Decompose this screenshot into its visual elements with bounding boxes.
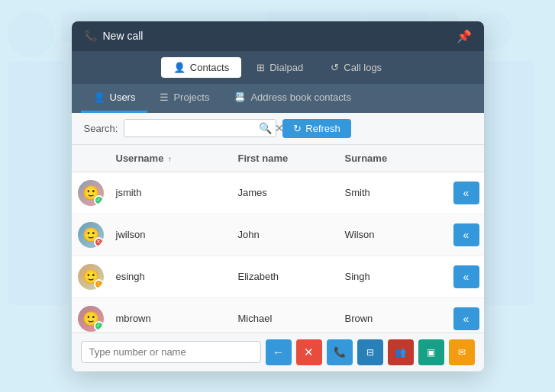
call-action-cell: « (447, 256, 484, 297)
projects-icon: ☰ (160, 92, 169, 103)
sub-tab-bar: 👤 Users ☰ Projects 📇 Address book contac… (72, 84, 484, 113)
table-row: 🙂 ✕ jwilson John Wilson « (72, 214, 484, 256)
call-row-button[interactable]: « (453, 307, 479, 330)
pin-icon[interactable]: 📌 (457, 29, 472, 43)
main-window: 📞 New call 📌 👤 Contacts ⊞ Dialpad ↺ Call… (72, 21, 484, 371)
avatar-cell: 🙂 ✓ (72, 301, 110, 333)
search-input[interactable] (129, 123, 257, 134)
tab-dialpad[interactable]: ⊞ Dialpad (244, 57, 315, 78)
username-cell: jwilson (110, 223, 232, 246)
backspace-button[interactable]: ← (266, 339, 292, 365)
table-header: Username ↑ First name Surname (72, 145, 484, 172)
bottom-bar: ← ✕ 📞 ⊟ 👥 ▣ ✉ (72, 333, 484, 371)
search-button[interactable]: 🔍 (257, 122, 273, 134)
sort-arrow-icon: ↑ (168, 155, 172, 163)
call-logs-icon: ↺ (331, 62, 339, 73)
username-cell: jsmith (110, 181, 232, 204)
sub-tab-users[interactable]: 👤 Users (81, 84, 148, 113)
call-row-icon: « (463, 229, 469, 241)
call-row-icon: « (463, 271, 469, 283)
col-avatar (72, 149, 110, 167)
col-username[interactable]: Username ↑ (110, 149, 232, 167)
col-firstname: First name (232, 149, 339, 167)
contacts-icon: 👤 (173, 62, 186, 73)
call-button[interactable]: 📞 (327, 339, 353, 365)
title-bar: 📞 New call 📌 (72, 21, 484, 51)
firstname-cell: Michael (232, 307, 339, 330)
call-row-button[interactable]: « (453, 265, 479, 288)
message-button[interactable]: ✉ (449, 339, 475, 365)
avatar-cell: 🙂 ✕ (72, 217, 110, 252)
call-row-button[interactable]: « (453, 223, 479, 246)
col-action (447, 149, 484, 167)
dial-input[interactable] (81, 341, 261, 363)
firstname-cell: John (232, 223, 339, 246)
status-indicator: ✓ (94, 195, 104, 205)
table-row: 🙂 ✓ jsmith James Smith « (72, 172, 484, 214)
table-row: 🙂 ! esingh Elizabeth Singh « (72, 256, 484, 298)
sub-tab-projects[interactable]: ☰ Projects (147, 84, 221, 113)
table-body: 🙂 ✓ jsmith James Smith « 🙂 ✕ (72, 172, 484, 333)
transfer-button[interactable]: ⊟ (357, 339, 383, 365)
tab-contacts[interactable]: 👤 Contacts (161, 57, 241, 78)
refresh-button[interactable]: ↻ Refresh (282, 119, 351, 138)
window-title: New call (103, 30, 144, 42)
search-bar: Search: 🔍 ✕ ↻ Refresh (72, 113, 484, 145)
status-indicator: ✕ (94, 237, 104, 247)
firstname-cell: Elizabeth (232, 265, 339, 288)
tab-call-logs[interactable]: ↺ Call logs (318, 57, 394, 78)
address-book-icon: 📇 (234, 92, 246, 103)
avatar: 🙂 ✓ (78, 180, 104, 206)
surname-cell: Singh (339, 265, 447, 288)
sub-tab-address-book[interactable]: 📇 Address book contacts (221, 84, 363, 113)
search-input-wrap: 🔍 ✕ (124, 119, 276, 137)
main-tab-bar: 👤 Contacts ⊞ Dialpad ↺ Call logs (72, 51, 484, 84)
video-button[interactable]: ▣ (418, 339, 444, 365)
username-cell: mbrown (110, 307, 232, 330)
surname-cell: Brown (339, 307, 447, 330)
username-cell: esingh (110, 265, 232, 288)
title-bar-left: 📞 New call (84, 30, 144, 42)
avatar: 🙂 ! (78, 264, 104, 290)
phone-icon: 📞 (84, 30, 97, 42)
col-surname: Surname (339, 149, 447, 167)
refresh-icon: ↻ (293, 123, 302, 134)
avatar-cell: 🙂 ✓ (72, 175, 110, 210)
search-label: Search: (84, 123, 118, 134)
conference-button[interactable]: 👥 (388, 339, 414, 365)
table-row: 🙂 ✓ mbrown Michael Brown « (72, 298, 484, 333)
firstname-cell: James (232, 181, 339, 204)
users-icon: 👤 (93, 92, 105, 103)
avatar: 🙂 ✕ (78, 222, 104, 248)
dialpad-icon: ⊞ (257, 62, 265, 73)
surname-cell: Wilson (339, 223, 447, 246)
call-action-cell: « (447, 214, 484, 255)
avatar: 🙂 ✓ (78, 306, 104, 332)
call-row-icon: « (463, 187, 469, 199)
call-row-button[interactable]: « (453, 182, 479, 204)
call-action-cell: « (447, 298, 484, 333)
avatar-cell: 🙂 ! (72, 259, 110, 294)
call-row-icon: « (463, 313, 469, 325)
call-action-cell: « (447, 172, 484, 214)
clear-button[interactable]: ✕ (296, 339, 322, 365)
surname-cell: Smith (339, 181, 447, 204)
status-indicator: ✓ (94, 321, 104, 331)
status-indicator: ! (94, 279, 104, 289)
